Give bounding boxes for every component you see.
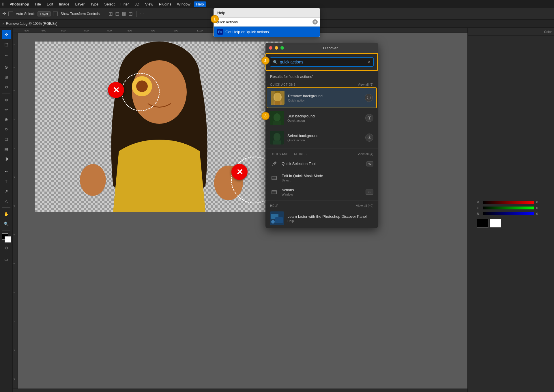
blue-value: 0 [536, 212, 545, 215]
tool-path-select[interactable]: ↗ [2, 187, 11, 196]
red-slider[interactable] [483, 201, 534, 204]
svg-point-30 [136, 80, 148, 92]
tool-screen-mode[interactable]: ▭ [2, 255, 11, 264]
help-view-all[interactable]: View all (40) [356, 204, 373, 207]
discover-clear-button[interactable]: × [368, 59, 370, 65]
document-tab[interactable]: Remove-1.jpg @ 100% (RGB/8#) [6, 22, 57, 26]
transform-controls-checkbox[interactable] [53, 12, 58, 16]
help-search-input[interactable] [216, 20, 312, 24]
menu-photoshop[interactable]: Photoshop [7, 1, 31, 7]
tools-divider-2 [2, 93, 10, 93]
tool-item-quick-selection[interactable]: Quick Selection Tool W [265, 157, 378, 171]
menu-filter[interactable]: Filter [118, 1, 131, 7]
actions-shortcut: F9 [366, 190, 373, 195]
svg-text:4: 4 [13, 147, 16, 149]
quick-mask-info: Edit in Quick Mask Mode Select [282, 174, 373, 182]
select-bg-info-button[interactable]: ⓘ [365, 134, 373, 142]
tool-lasso[interactable]: ⌒ [2, 53, 11, 62]
menu-layer[interactable]: Layer [73, 1, 87, 7]
right-panel-content: R 0 G 0 B 0 [468, 36, 554, 392]
fg-swatch[interactable] [477, 219, 489, 228]
step-badge-1: 1 [211, 15, 219, 23]
help-search-row[interactable]: × [214, 18, 320, 27]
apple-menu[interactable]:  [2, 2, 4, 6]
horizontal-scrollbar[interactable] [13, 389, 467, 392]
quick-action-remove-bg[interactable]: Remove background Quick action ⓘ [267, 87, 377, 108]
tool-shape[interactable]: △ [2, 196, 11, 206]
svg-text:4: 4 [13, 349, 16, 351]
bg-swatch[interactable] [490, 219, 501, 228]
tool-crop[interactable]: ⊞ [2, 72, 11, 82]
discover-search-icon: 🔍 [273, 60, 278, 64]
step-badge-2: 2 [261, 57, 269, 65]
menu-type[interactable]: Type [88, 1, 101, 7]
tools-divider-5 [2, 230, 10, 230]
help-search-clear-button[interactable]: × [312, 19, 318, 25]
tool-pen[interactable]: ✒ [2, 167, 11, 176]
blur-bg-info-button[interactable]: ⓘ [365, 114, 373, 122]
menu-edit[interactable]: Edit [44, 1, 55, 7]
green-label: G [477, 206, 480, 210]
red-value: 0 [536, 200, 545, 204]
tool-brush[interactable]: ✏ [2, 105, 11, 114]
svg-text:500: 500 [128, 29, 132, 32]
svg-text:500: 500 [84, 29, 89, 32]
tool-marquee[interactable]: ⬚ [2, 40, 11, 49]
menu-select[interactable]: Select [102, 1, 117, 7]
tool-type[interactable]: T [2, 177, 11, 186]
menu-3d[interactable]: 3D [132, 1, 142, 7]
close-window-button[interactable] [269, 46, 272, 50]
fullscreen-window-button[interactable] [280, 46, 284, 50]
tool-item-actions[interactable]: Actions Window F9 [265, 185, 378, 199]
menu-file[interactable]: File [33, 1, 43, 7]
discover-results-label: Results for "quick actions" [265, 71, 378, 80]
svg-text:-500: -500 [24, 29, 29, 32]
quick-mask-title: Edit in Quick Mask Mode [282, 174, 373, 178]
tool-eraser[interactable]: ◻ [2, 134, 11, 144]
blue-slider[interactable] [483, 212, 534, 215]
menu-image[interactable]: Image [57, 1, 72, 7]
tools-divider-4 [2, 207, 10, 208]
help-result-item[interactable]: Ps Get Help on 'quick actions' [214, 27, 320, 37]
tool-clone[interactable]: ⊕ [2, 115, 11, 124]
discover-search-input[interactable] [280, 60, 366, 64]
tool-spot-heal[interactable]: ⊛ [2, 95, 11, 104]
help-item-discover-panel[interactable]: Learn faster with the Photoshop Discover… [265, 209, 378, 228]
remove-bg-info-button[interactable]: ⓘ [365, 94, 373, 102]
tool-dodge[interactable]: ◑ [2, 154, 11, 163]
background-color[interactable] [5, 236, 11, 243]
quick-action-blur-bg[interactable]: Blur background Quick action ⓘ [265, 108, 378, 128]
tools-view-all[interactable]: View all (4) [358, 152, 373, 156]
tool-quick-select[interactable]: ⊙ [2, 63, 11, 72]
tool-item-quick-mask[interactable]: Edit in Quick Mask Mode Select [265, 171, 378, 185]
quick-action-select-bg[interactable]: Select background Quick action ⓘ [265, 128, 378, 147]
menu-help[interactable]: Help [194, 1, 206, 7]
discover-search-box[interactable]: 🔍 × [270, 57, 374, 67]
tool-history-brush[interactable]: ↺ [2, 125, 11, 134]
blur-bg-title: Blur background [287, 114, 362, 118]
auto-select-label: Auto-Select: [14, 11, 36, 16]
menu-plugins[interactable]: Plugins [157, 1, 174, 7]
more-options-icon[interactable]: ··· [140, 11, 144, 16]
menu-window[interactable]: Window [175, 1, 192, 7]
fg-bg-colors[interactable] [2, 233, 11, 243]
tool-quick-mask[interactable]: ⊙ [2, 243, 11, 252]
tool-eyedropper[interactable]: ⊘ [2, 82, 11, 91]
quick-actions-label: QUICK ACTIONS [270, 83, 296, 86]
tool-hand[interactable]: ✋ [2, 209, 11, 219]
tool-move[interactable]: ✛ [2, 30, 11, 39]
menu-view[interactable]: View [143, 1, 156, 7]
minimize-window-button[interactable] [275, 46, 278, 50]
green-slider[interactable] [483, 207, 534, 209]
layer-dropdown[interactable]: Layer [38, 11, 51, 16]
auto-select-checkbox[interactable] [8, 12, 13, 16]
tab-close-button[interactable]: × [2, 22, 4, 25]
x-mark-circle-2: ✕ [231, 164, 248, 180]
svg-text:1100: 1100 [197, 29, 203, 32]
quick-actions-view-all[interactable]: View all (6) [358, 83, 373, 86]
tool-gradient[interactable]: ▤ [2, 144, 11, 153]
canvas[interactable]: ✕ ✕ [18, 33, 467, 389]
actions-subtitle: Window [282, 193, 362, 196]
svg-point-44 [274, 133, 280, 141]
tool-zoom[interactable]: 🔍 [2, 219, 11, 228]
